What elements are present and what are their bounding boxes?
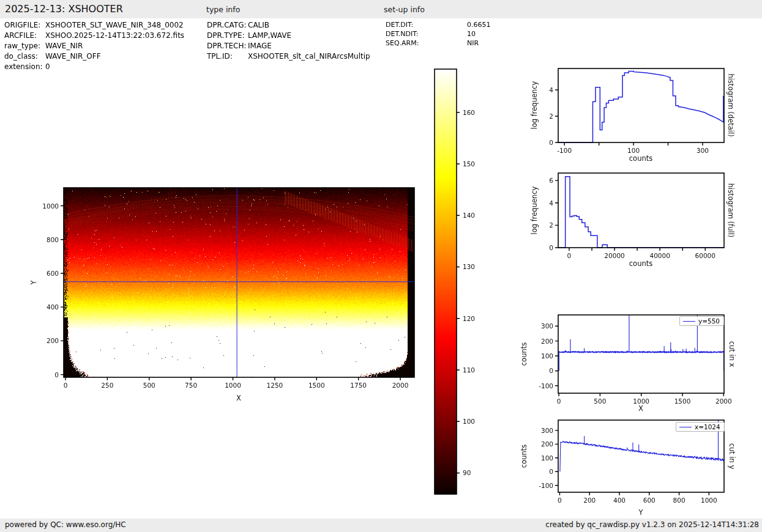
tick-label: 200 — [47, 337, 59, 344]
tick-label: 1000 — [701, 497, 717, 504]
meta-label: DPR.CATG: — [207, 20, 248, 31]
tick-label: 0 — [549, 367, 553, 374]
tick-label: 0 — [558, 497, 562, 504]
meta-row: SEQ.ARM:NIR — [386, 39, 491, 48]
meta-value: XSHOOTER_SLT_WAVE_NIR_348_0002 — [45, 21, 184, 29]
type-info-title: type info — [206, 5, 240, 14]
file-info-block: ORIGFILE:XSHOOTER_SLT_WAVE_NIR_348_0002A… — [4, 20, 184, 72]
hist-full-y-label: log frequency — [530, 187, 539, 235]
tick-label: 600 — [643, 497, 656, 504]
tick-label: 1500 — [308, 382, 325, 389]
hist-detail-x-label: counts — [629, 154, 652, 163]
meta-value: WAVE_NIR — [45, 42, 83, 50]
tick-label: 1750 — [350, 382, 367, 389]
meta-row: TPL.ID:XSHOOTER_slt_cal_NIRArcsMultip — [207, 51, 370, 62]
tick-label: 100 — [541, 454, 553, 462]
tick-label: 1500 — [674, 397, 691, 405]
tick-label: 4 — [549, 86, 553, 94]
meta-row: DET.NDIT:10 — [386, 29, 491, 39]
tick-label: 250 — [101, 382, 113, 389]
tick-label: 0 — [549, 139, 553, 146]
meta-row: DPR.CATG:CALIB — [207, 20, 370, 31]
cut-x-legend: y=550 — [679, 316, 724, 326]
tick-label: 60000 — [695, 252, 715, 259]
tick-label: 6 — [549, 177, 553, 184]
tick-label: 100 — [627, 147, 640, 154]
tick-label: 0 — [557, 397, 561, 405]
tick-label: 800 — [47, 236, 59, 243]
setup-info-block: DET.DIT:0.6651DET.NDIT:10SEQ.ARM:NIR — [386, 20, 491, 48]
tick-label: 160 — [463, 109, 475, 116]
tick-label: 1000 — [225, 382, 241, 389]
tick-label: 750 — [185, 382, 197, 389]
tick-label: -100 — [539, 382, 553, 390]
meta-row: DPR.TECH:IMAGE — [207, 41, 370, 51]
cut-x-y-label: counts — [520, 342, 528, 366]
tick-label: 400 — [613, 497, 626, 504]
meta-value: NIR — [467, 39, 479, 47]
cut-x-legend-label: y=550 — [698, 317, 720, 325]
meta-value: XSHOOTER_slt_cal_NIRArcsMultip — [248, 52, 370, 61]
tick-label: 4 — [549, 199, 553, 207]
tick-label: 120 — [463, 315, 475, 322]
hist-detail-side-label: histogram (detail) — [727, 73, 735, 136]
meta-value: 0.6651 — [467, 21, 491, 29]
tick-label: 400 — [47, 303, 59, 311]
legend-line-sample — [683, 321, 695, 322]
tick-label: 2000 — [392, 382, 409, 389]
tick-label: 2000 — [715, 397, 732, 405]
meta-label: do_class: — [4, 51, 45, 62]
tick-label: -100 — [557, 147, 572, 154]
footer-left-text: powered by QC: www.eso.org/HC — [5, 520, 126, 529]
tick-label: 40000 — [649, 252, 670, 259]
tick-label: 1000 — [42, 202, 59, 210]
tick-label: 0 — [549, 244, 553, 251]
setup-info-title: set-up info — [384, 5, 425, 14]
cut-y-side-label: cut in y — [728, 443, 736, 470]
main-y-axis-label: Y — [29, 280, 38, 284]
tick-label: 150 — [463, 160, 475, 168]
tick-label: 2 — [549, 113, 553, 120]
tick-label: 90 — [463, 469, 471, 476]
tick-label: 1250 — [267, 382, 283, 389]
meta-row: ORIGFILE:XSHOOTER_SLT_WAVE_NIR_348_0002 — [4, 20, 184, 31]
meta-label: raw_type: — [4, 41, 45, 51]
meta-value: 0 — [45, 62, 50, 71]
tick-label: 500 — [594, 397, 606, 405]
cut-y-legend-label: x=1024 — [695, 423, 720, 430]
tick-label: 0 — [567, 252, 572, 259]
tick-label: 2 — [549, 221, 553, 229]
meta-row: DET.DIT:0.6651 — [386, 20, 491, 29]
meta-row: ARCFILE:XSHOO.2025-12-14T13:22:03.672.fi… — [4, 31, 184, 41]
meta-label: TPL.ID: — [207, 51, 248, 62]
meta-value: IMAGE — [248, 42, 272, 50]
meta-row: extension:0 — [4, 62, 184, 72]
tick-label: 0 — [64, 382, 68, 389]
tick-label: 0 — [549, 468, 553, 475]
meta-row: DPR.TYPE:LAMP,WAVE — [207, 31, 370, 41]
tick-label: 300 — [541, 427, 553, 434]
page-title: 2025-12-13: XSHOOTER — [5, 3, 123, 15]
hist-full-x-label: counts — [629, 259, 652, 268]
cut-y-x-label: Y — [638, 508, 643, 517]
qc-report-page: 2025-12-13: XSHOOTER type info set-up in… — [0, 0, 762, 532]
tick-label: 600 — [47, 270, 59, 277]
main-x-axis-label: X — [236, 394, 241, 402]
meta-label: DPR.TECH: — [207, 41, 248, 51]
tick-label: 200 — [541, 338, 553, 345]
tick-label: 500 — [143, 382, 155, 389]
cut-y-y-label: counts — [520, 445, 528, 468]
tick-label: 100 — [541, 352, 553, 360]
meta-label: DET.NDIT: — [386, 29, 467, 39]
header-bar: 2025-12-13: XSHOOTER type info set-up in… — [0, 0, 762, 18]
footer-right-text: created by qc_rawdisp.py v1.2.3 on 2025-… — [545, 520, 759, 529]
tick-label: 300 — [697, 147, 709, 154]
meta-row: raw_type:WAVE_NIR — [4, 41, 184, 51]
footer-bar: powered by QC: www.eso.org/HC created by… — [0, 519, 762, 532]
meta-value: XSHOO.2025-12-14T13:22:03.672.fits — [45, 31, 184, 40]
meta-label: DPR.TYPE: — [207, 31, 248, 41]
meta-row: do_class:WAVE_NIR_OFF — [4, 51, 184, 62]
meta-value: WAVE_NIR_OFF — [45, 52, 101, 61]
cut-y-legend: x=1024 — [676, 422, 725, 432]
tick-label: 140 — [463, 212, 475, 219]
